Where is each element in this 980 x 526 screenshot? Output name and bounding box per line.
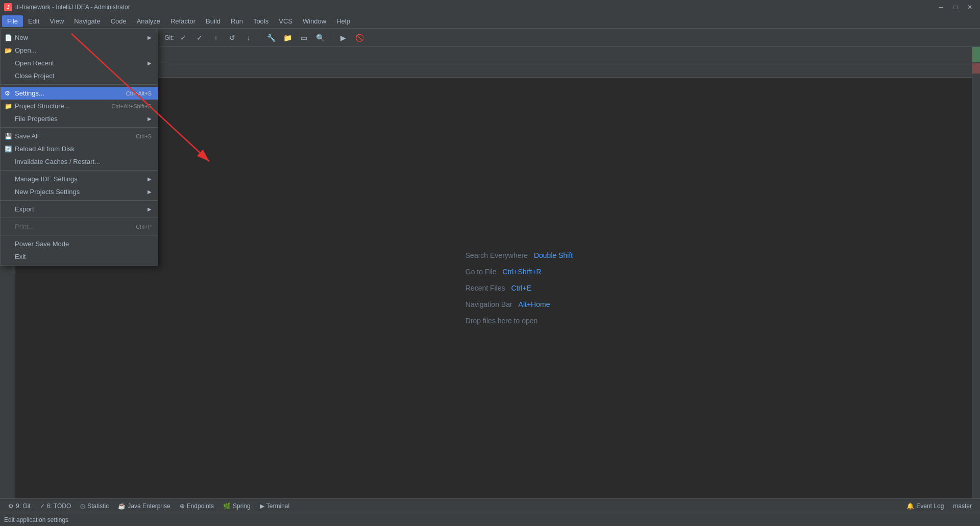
menu-item-exit[interactable]: Exit [1, 250, 158, 263]
bottom-toolbar: ⚙ 9: Git ✓ 6: TODO ◷ Statistic ☕ Java En… [0, 498, 980, 513]
menu-item-manage-ide[interactable]: Manage IDE Settings ▶ [1, 173, 158, 185]
right-sidebar-stripe-red [972, 63, 980, 74]
menu-build[interactable]: Build [201, 15, 226, 27]
todo-label: 6: TODO [47, 503, 71, 510]
status-todo[interactable]: ✓ 6: TODO [36, 501, 76, 511]
menu-item-power-save[interactable]: Power Save Mode [1, 237, 158, 250]
git-check2-button[interactable]: ✓ [192, 31, 207, 45]
hint-nav-text: Navigation Bar [465, 300, 512, 308]
git-push-button[interactable]: ↑ [209, 31, 223, 45]
hint-drop-text: Drop files here to open [465, 317, 538, 325]
status-event-log[interactable]: 🔔 Event Log [902, 501, 948, 511]
project-view-button[interactable]: 📁 [281, 31, 295, 45]
endpoints-label: Endpoints [187, 503, 214, 510]
terminal-toolbar-button[interactable]: ▭ [297, 31, 311, 45]
menu-item-open-label: Open... [15, 46, 37, 54]
open-icon: 📂 [5, 47, 12, 54]
hint-nav-shortcut: Alt+Home [519, 300, 550, 308]
hint-drop-files: Drop files here to open [465, 317, 538, 325]
status-git[interactable]: ⚙ 9: Git [4, 501, 35, 511]
menu-code[interactable]: Code [106, 15, 132, 27]
editor-area: ⚙ bootstrap.yml ✕ ⟳ ≡ ⚙ ─ 打开设置 Search Ev… [15, 47, 972, 498]
manage-ide-arrow: ▶ [148, 176, 152, 182]
open-recent-arrow: ▶ [148, 60, 152, 66]
todo-icon: ✓ [40, 503, 45, 510]
menu-item-new[interactable]: 📄 New ▶ [1, 31, 158, 44]
menu-item-new-projects-label: New Projects Settings [15, 188, 80, 196]
menu-tools[interactable]: Tools [248, 15, 274, 27]
menu-item-project-structure[interactable]: 📁 Project Structure... Ctrl+Alt+Shift+S [1, 100, 158, 112]
menu-item-invalidate[interactable]: Invalidate Caches / Restart... [1, 155, 158, 168]
reload-icon: 🔄 [5, 146, 12, 153]
menu-view[interactable]: View [44, 15, 69, 27]
menu-help[interactable]: Help [331, 15, 355, 27]
menu-item-export[interactable]: Export ▶ [1, 203, 158, 216]
menu-analyze[interactable]: Analyze [132, 15, 165, 27]
hint-goto-text: Go to File [465, 268, 497, 276]
menu-refactor[interactable]: Refactor [165, 15, 201, 27]
sdk-settings-button[interactable]: 🔧 [264, 31, 279, 45]
menu-item-open[interactable]: 📂 Open... [1, 44, 158, 57]
menu-item-invalidate-label: Invalidate Caches / Restart... [15, 158, 100, 165]
menu-item-close-project[interactable]: Close Project [1, 69, 158, 82]
hint-goto-file: Go to File Ctrl+Shift+R [465, 268, 542, 276]
menu-item-print: Print... Ctrl+P [1, 220, 158, 233]
hint-recent-text: Recent Files [465, 284, 505, 292]
status-spring[interactable]: 🌿 Spring [219, 501, 255, 511]
git-label: Git: [164, 34, 174, 41]
master-label: master [953, 503, 972, 510]
git-history-button[interactable]: ↺ [225, 31, 239, 45]
menu-item-settings[interactable]: ⚙ Settings... Ctrl+Alt+S [1, 87, 158, 100]
project-structure-shortcut: Ctrl+Alt+Shift+S [111, 103, 152, 109]
menu-item-save-all[interactable]: 💾 Save All Ctrl+S [1, 130, 158, 142]
menu-navigate[interactable]: Navigate [69, 15, 105, 27]
run-dashboard-button[interactable]: ▶ [336, 31, 351, 45]
menu-run[interactable]: Run [226, 15, 248, 27]
maximize-button[interactable]: □ [949, 3, 962, 12]
menu-item-reload[interactable]: 🔄 Reload All from Disk [1, 142, 158, 155]
menu-item-manage-ide-label: Manage IDE Settings [15, 175, 78, 183]
save-all-icon: 💾 [5, 133, 12, 140]
menu-file[interactable]: File [2, 15, 23, 27]
menu-item-new-label: New [15, 34, 28, 41]
menu-edit[interactable]: Edit [23, 15, 44, 27]
menu-item-new-projects[interactable]: New Projects Settings ▶ [1, 185, 158, 198]
git-icon: ⚙ [8, 503, 14, 510]
terminal-icon: ▶ [260, 503, 264, 510]
bookmarks-button[interactable]: 🚫 [353, 31, 367, 45]
close-button[interactable]: ✕ [964, 3, 976, 12]
new-arrow: ▶ [148, 35, 152, 40]
right-sidebar-stripe-green [972, 47, 980, 62]
git-label-bottom: 9: Git [16, 503, 31, 510]
menu-item-open-recent[interactable]: Open Recent ▶ [1, 57, 158, 69]
edit-settings-label: Edit application settings [4, 516, 68, 523]
search-toolbar-button[interactable]: 🔍 [313, 31, 328, 45]
hint-recent-shortcut: Ctrl+E [511, 284, 531, 292]
spring-label: Spring [233, 503, 251, 510]
git-pull-button[interactable]: ↓ [241, 31, 256, 45]
status-java-enterprise[interactable]: ☕ Java Enterprise [114, 501, 174, 511]
menu-item-export-label: Export [15, 205, 34, 213]
endpoints-icon: ⊕ [180, 503, 185, 510]
menu-item-file-properties[interactable]: File Properties ▶ [1, 112, 158, 125]
git-check-button[interactable]: ✓ [176, 31, 190, 45]
editor-toolbar: ⟳ ≡ ⚙ ─ [15, 62, 972, 78]
menu-window[interactable]: Window [298, 15, 331, 27]
status-endpoints[interactable]: ⊕ Endpoints [176, 501, 218, 511]
status-statistic[interactable]: ◷ Statistic [76, 501, 113, 511]
toolbar-sep-5 [332, 33, 332, 43]
status-terminal[interactable]: ▶ Terminal [256, 501, 293, 511]
hint-search-everywhere: Search Everywhere Double Shift [465, 251, 573, 259]
new-icon: 📄 [5, 34, 12, 41]
status-master[interactable]: master [949, 501, 976, 511]
file-dropdown-menu: 📄 New ▶ 📂 Open... Open Recent ▶ Close Pr… [0, 29, 158, 266]
menu-item-open-recent-label: Open Recent [15, 59, 54, 67]
menu-item-power-save-label: Power Save Mode [15, 240, 69, 248]
sep-2 [1, 127, 158, 128]
statistic-icon: ◷ [80, 503, 85, 510]
minimize-button[interactable]: ─ [935, 3, 947, 12]
menu-vcs[interactable]: VCS [274, 15, 298, 27]
sep-3 [1, 170, 158, 171]
tab-bar: ⚙ bootstrap.yml ✕ [15, 47, 972, 62]
menu-item-close-project-label: Close Project [15, 72, 54, 80]
